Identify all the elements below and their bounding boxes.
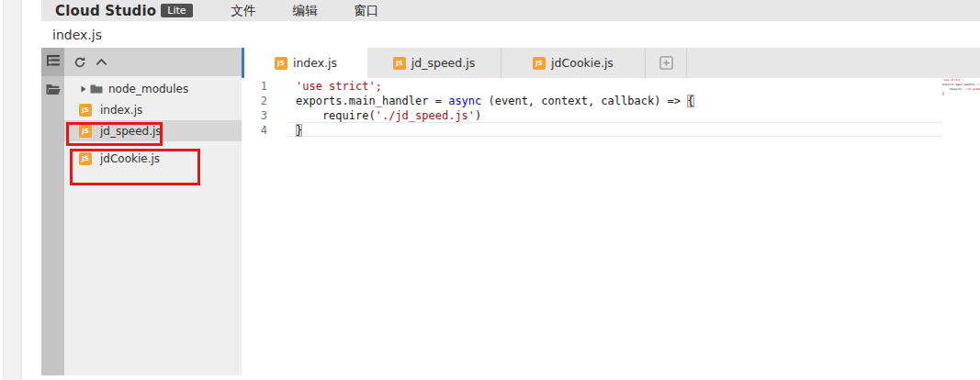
collapse-up-icon[interactable]: [96, 58, 107, 66]
code-line-1[interactable]: 1'use strict';: [242, 79, 980, 94]
js-file-icon: JS: [79, 104, 92, 117]
tree-view-icon: [46, 53, 61, 71]
code-text: }: [278, 123, 302, 138]
app-logo: Cloud Studio: [55, 3, 156, 19]
js-file-icon: JS: [79, 152, 92, 165]
line-number: 2: [242, 94, 278, 108]
editor-region: JSindex.jsJSjd_speed.jsJSjdCookie.js 1'u…: [242, 48, 980, 380]
tab-label: jd_speed.js: [411, 56, 475, 70]
folder-open-icon: [46, 82, 61, 99]
tab-bar: JSindex.jsJSjd_speed.jsJSjdCookie.js: [242, 48, 980, 78]
line-number: 1: [242, 79, 278, 94]
refresh-icon[interactable]: [73, 56, 86, 69]
screenshot-root: Cloud Studio Lite 文件编辑窗口 index.js: [0, 0, 980, 380]
menu-items: 文件编辑窗口: [231, 3, 416, 19]
page-title: index.js: [52, 28, 102, 42]
code-editor[interactable]: 1'use strict';2exports.main_handler = as…: [242, 78, 980, 380]
minimap-line: }: [942, 92, 980, 96]
tree-item-jd-speed-js[interactable]: JSjd_speed.js: [64, 120, 242, 141]
code-lines: 1'use strict';2exports.main_handler = as…: [242, 79, 980, 138]
js-file-icon: JS: [79, 152, 92, 165]
line-number: 3: [242, 108, 278, 123]
code-text: 'use strict';: [278, 79, 382, 94]
file-explorer: node_modulesJSindex.jsJSjd_speed.jsJSjdC…: [64, 48, 242, 375]
minimap-line: require('./jd_speed.js'): [942, 87, 980, 92]
minimap[interactable]: 'use strict';exports.main_handler = asyn…: [942, 78, 980, 188]
activity-item-explorer[interactable]: [41, 48, 64, 76]
explorer-toolbar: [64, 48, 242, 76]
tab-label: index.js: [293, 56, 337, 70]
file-tree: node_modulesJSindex.jsJSjd_speed.jsJSjdC…: [64, 76, 242, 169]
plus-square-icon: [659, 56, 673, 70]
chevron-right-icon: [81, 85, 86, 93]
tab-index-js[interactable]: JSindex.js: [242, 48, 367, 78]
tab-jd-speed-js[interactable]: JSjd_speed.js: [367, 48, 501, 78]
js-file-icon: JS: [393, 57, 406, 70]
lite-badge: Lite: [161, 4, 192, 17]
tab-jd-cookie-js[interactable]: JSjdCookie.js: [501, 48, 646, 78]
menu-item-window[interactable]: 窗口: [355, 3, 379, 19]
browser-left-strip: [3, 0, 22, 380]
tree-item-label: jd_speed.js: [100, 125, 162, 138]
tree-item-index-js[interactable]: JSindex.js: [64, 99, 242, 120]
code-text: exports.main_handler = async (event, con…: [278, 94, 694, 108]
code-line-2[interactable]: 2exports.main_handler = async (event, co…: [242, 94, 980, 108]
code-text: require('./jd_speed.js'): [278, 108, 481, 123]
title-bar: index.js: [41, 21, 980, 48]
tree-item-label: node_modules: [108, 83, 188, 95]
menu-bar: Cloud Studio Lite 文件编辑窗口: [41, 0, 980, 21]
js-file-icon: JS: [533, 57, 546, 70]
js-file-icon: JS: [79, 125, 92, 138]
menu-item-edit[interactable]: 编辑: [293, 3, 318, 19]
tree-item-label: jdCookie.js: [100, 152, 160, 165]
menu-item-file[interactable]: 文件: [231, 3, 256, 19]
new-tab-button[interactable]: [646, 48, 687, 78]
code-line-3[interactable]: 3 require('./jd_speed.js'): [242, 108, 980, 123]
folder-icon: [90, 84, 103, 95]
line-number: 4: [242, 123, 278, 138]
tab-label: jdCookie.js: [551, 56, 614, 70]
activity-bar: [41, 48, 64, 375]
activity-item-files[interactable]: [41, 76, 64, 105]
tree-item-jd-cookie-js[interactable]: JSjdCookie.js: [64, 148, 242, 169]
tree-item-node-modules[interactable]: node_modules: [64, 78, 242, 99]
code-line-4[interactable]: 4}: [242, 123, 980, 138]
js-file-icon: JS: [79, 104, 92, 117]
js-file-icon: JS: [79, 125, 92, 138]
tree-item-label: index.js: [100, 104, 142, 117]
js-file-icon: JS: [275, 57, 287, 70]
